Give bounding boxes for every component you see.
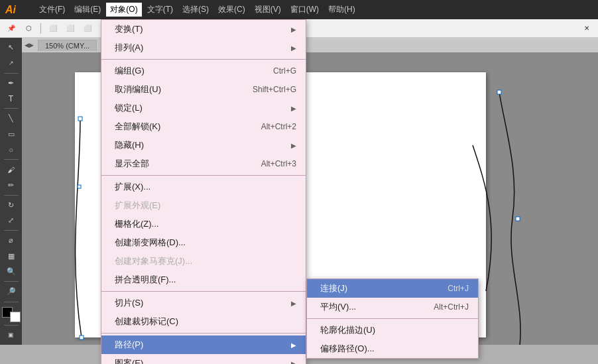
tool-pen[interactable]: ✒ (2, 76, 21, 90)
tool-zoom[interactable]: 🔎 (2, 284, 21, 298)
menu-item-mosaic[interactable]: 创建对象马赛克(J)... (101, 252, 306, 271)
arrow-icon: ▶ (291, 44, 296, 52)
menu-item-show-all[interactable]: 显示全部 Alt+Ctrl+3 (101, 154, 306, 173)
canvas-tab-active[interactable]: 150% (CMY... (38, 40, 97, 51)
menu-item-unlock-all[interactable]: 全部解锁(K) Alt+Ctrl+2 (101, 117, 306, 136)
svg-rect-0 (78, 117, 82, 121)
menu-item-label: 编组(G) (115, 65, 145, 77)
toolbar-align-left[interactable]: ⬜ (46, 21, 60, 36)
submenu-item-average[interactable]: 平均(V)... Alt+Ctrl+J (307, 298, 478, 316)
tool-line[interactable]: ╲ (2, 111, 21, 125)
tools-sep-2 (4, 108, 19, 109)
menu-edit[interactable]: 编辑(E) (70, 3, 105, 17)
menu-item-label: 切片(S) (115, 297, 143, 309)
menu-text[interactable]: 文字(T) (143, 3, 177, 17)
tool-blend[interactable]: ⌀ (2, 233, 21, 247)
menu-item-lock[interactable]: 锁定(L) ▶ (101, 99, 306, 117)
tool-type[interactable]: T (2, 91, 21, 105)
menu-item-label: 扩展(X)... (115, 181, 150, 193)
tools-sep-3 (4, 159, 19, 160)
path-submenu[interactable]: 连接(J) Ctrl+J 平均(V)... Alt+Ctrl+J 轮廓化描边(U… (306, 278, 479, 359)
menu-item-group[interactable]: 编组(G) Ctrl+G (101, 62, 306, 80)
menu-item-hide[interactable]: 隐藏(H) ▶ (101, 136, 306, 154)
toolbar-close-x[interactable]: ✕ (579, 21, 594, 36)
menu-item-flatten[interactable]: 拼合透明度(F)... (101, 271, 306, 289)
tools-sep-7 (4, 302, 19, 302)
shortcut: Alt+Ctrl+J (434, 302, 469, 312)
tool-direct-select[interactable]: ↗ (2, 56, 21, 70)
menu-file[interactable]: 文件(F) (35, 3, 69, 17)
toolbar-align-right[interactable]: ⬜ (80, 21, 95, 36)
menu-item-arrange[interactable]: 排列(A) ▶ (101, 38, 306, 57)
shortcut: Ctrl+G (273, 66, 296, 76)
menu-item-crop-marks[interactable]: 创建裁切标记(C) (101, 312, 306, 331)
title-bar: Ai 文件(F) 编辑(E) 对象(O) 文字(T) 选择(S) 效果(C) 视… (0, 0, 598, 19)
menu-select[interactable]: 选择(S) (178, 3, 213, 17)
submenu-item-outline-stroke[interactable]: 轮廓化描边(U) (307, 321, 478, 339)
tools-sep-6 (4, 281, 19, 282)
submenu-item-offset-path[interactable]: 偏移路径(O)... (307, 339, 478, 358)
tool-select[interactable]: ↖ (2, 40, 21, 54)
menu-object[interactable]: 对象(O) (106, 3, 141, 17)
tool-screen-mode[interactable]: ▣ (2, 328, 21, 342)
menu-sep-4 (101, 333, 306, 334)
tools-sep-5 (4, 230, 19, 231)
menu-item-label: 取消编组(U) (115, 84, 161, 95)
tools-sep-8 (4, 325, 19, 326)
color-boxes[interactable] (2, 307, 21, 322)
submenu-item-join[interactable]: 连接(J) Ctrl+J (307, 279, 478, 298)
menu-item-label: 显示全部 (115, 158, 149, 170)
object-dropdown-menu[interactable]: 变换(T) ▶ 排列(A) ▶ 编组(G) Ctrl+G 取消编组(U) Shi… (101, 19, 306, 364)
toolbar-pin[interactable]: 📌 (4, 21, 19, 36)
menu-item-path[interactable]: 路径(P) ▶ (101, 335, 306, 354)
menu-item-expand[interactable]: 扩展(X)... (101, 178, 306, 196)
menu-item-rasterize[interactable]: 栅格化(Z)... (101, 215, 306, 233)
svg-rect-2 (80, 335, 84, 339)
menu-item-slice[interactable]: 切片(S) ▶ (101, 294, 306, 312)
arrow-icon: ▶ (291, 360, 296, 365)
menu-item-gradient-mesh[interactable]: 创建渐变网格(D)... (101, 233, 306, 252)
arrow-icon: ▶ (291, 142, 296, 149)
svg-rect-3 (497, 90, 501, 94)
menu-item-label: 图案(E) (115, 357, 143, 364)
menubar: 文件(F) 编辑(E) 对象(O) 文字(T) 选择(S) 效果(C) 视图(V… (35, 3, 359, 17)
menu-sep-3 (101, 291, 306, 292)
submenu-item-label: 连接(J) (320, 282, 347, 294)
menu-item-expand-appearance[interactable]: 扩展外观(E) (101, 196, 306, 215)
tools-sep-1 (4, 73, 19, 74)
tool-gradient[interactable]: ▦ (2, 249, 21, 263)
shortcut: Shift+Ctrl+G (253, 85, 296, 94)
menu-item-label: 创建对象马赛克(J)... (115, 255, 192, 267)
tool-scale[interactable]: ⤢ (2, 213, 21, 227)
tool-rotate[interactable]: ↻ (2, 198, 21, 212)
menu-sep-2 (101, 175, 306, 176)
menu-effect[interactable]: 效果(C) (214, 3, 249, 17)
menu-item-transform[interactable]: 变换(T) ▶ (101, 20, 306, 38)
menu-item-pattern[interactable]: 图案(E) ▶ (101, 354, 306, 364)
svg-rect-4 (516, 217, 520, 221)
menu-item-label: 全部解锁(K) (115, 121, 160, 133)
tab-scroll-arrows[interactable]: ◀▶ (25, 42, 34, 48)
toolbar-align-center-h[interactable]: ⬜ (63, 21, 78, 36)
menu-item-label: 隐藏(H) (115, 139, 144, 151)
tool-rect[interactable]: ▭ (2, 127, 21, 141)
menu-item-label: 路径(P) (115, 339, 143, 351)
tools-panel: ↖ ↗ ✒ T ╲ ▭ ○ 🖌 ✏ ↻ ⤢ ⌀ ▦ 🔍 🔎 ▣ (0, 38, 22, 345)
tool-brush[interactable]: 🖌 (2, 162, 21, 176)
toolbar-transform[interactable]: ⬡ (21, 21, 36, 36)
menu-item-ungroup[interactable]: 取消编组(U) Shift+Ctrl+G (101, 80, 306, 99)
menu-sep-1 (101, 59, 306, 60)
shortcut: Ctrl+J (448, 284, 469, 293)
shortcut: Alt+Ctrl+3 (261, 159, 296, 168)
menu-item-label: 拼合透明度(F)... (115, 274, 176, 286)
menu-view[interactable]: 视图(V) (251, 3, 285, 17)
tool-eyedropper[interactable]: 🔍 (2, 265, 21, 278)
tools-sep-4 (4, 195, 19, 196)
tool-ellipse[interactable]: ○ (2, 143, 21, 156)
background-color[interactable] (10, 312, 21, 322)
arrow-icon: ▶ (291, 105, 296, 112)
menu-window[interactable]: 窗口(W) (286, 3, 323, 17)
tool-pencil[interactable]: ✏ (2, 178, 21, 192)
menu-item-label: 扩展外观(E) (115, 200, 160, 212)
menu-help[interactable]: 帮助(H) (324, 3, 359, 17)
